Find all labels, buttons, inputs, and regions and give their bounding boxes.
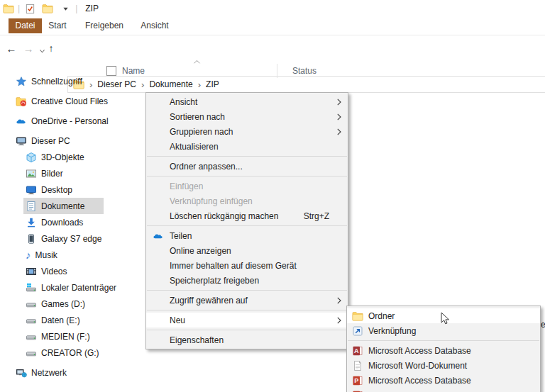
- submenu-item-verkn-pfung[interactable]: Verknüpfung: [347, 323, 540, 338]
- powerpoint-icon: P: [352, 390, 363, 392]
- menu-item-label: Einfügen: [170, 181, 348, 191]
- breadcrumb-segment-zip[interactable]: ZIP: [206, 79, 219, 89]
- computer-icon: [16, 135, 27, 147]
- up-button[interactable]: ↑: [44, 41, 58, 55]
- sidebar-item-dieser-pc[interactable]: Dieser PC: [0, 133, 104, 149]
- menu-item-label: Speicherplatz freigeben: [170, 276, 348, 286]
- submenu-arrow-icon: [337, 297, 341, 304]
- submenu-item-microsoft-powerpoint-pr-sentation[interactable]: PMicrosoft PowerPoint Präsentation: [347, 388, 540, 392]
- sidebar-item-musik[interactable]: ♪Musik: [0, 247, 104, 263]
- sidebar-item-label: Videos: [41, 267, 67, 276]
- drive-icon: [26, 315, 37, 326]
- menu-item-shortcut: Strg+Z: [304, 211, 329, 221]
- drive-icon: [26, 298, 37, 310]
- sidebar-item-medien-f[interactable]: MEDIEN (F:): [0, 328, 104, 345]
- menu-item-ansicht[interactable]: Ansicht: [146, 94, 348, 109]
- forward-button: →: [21, 41, 35, 55]
- sidebar-item-3d-objekte[interactable]: 3D-Objekte: [0, 149, 104, 165]
- sidebar-item-games-d[interactable]: Games (D:): [0, 296, 104, 312]
- menu-item-label: Zugriff gewähren auf: [170, 296, 348, 306]
- tab-datei[interactable]: Datei: [9, 18, 42, 33]
- sidebar-item-galaxy-s7-edge[interactable]: Galaxy S7 edge: [0, 230, 104, 247]
- menu-item-teilen[interactable]: Teilen: [146, 228, 348, 243]
- sidebar-item-label: Schnellzugriff: [31, 77, 82, 86]
- sidebar-item-lokaler-datentr-ger[interactable]: Lokaler Datenträger: [0, 279, 104, 296]
- sidebar-item-creator-g[interactable]: CREATOR (G:): [0, 345, 104, 361]
- column-divider[interactable]: [277, 64, 277, 78]
- sidebar-item-creative-cloud-files[interactable]: Creative Cloud Files: [0, 93, 104, 109]
- submenu-arrow-icon: [337, 317, 341, 324]
- tab-freigeben[interactable]: Freigeben: [78, 18, 131, 33]
- menu-item-label: Aktualisieren: [170, 142, 348, 152]
- menu-item-eigenschaften[interactable]: Eigenschaften: [146, 332, 348, 347]
- drive-icon: [26, 347, 37, 359]
- sidebar-item-videos[interactable]: Videos: [0, 263, 104, 279]
- new-folder-button[interactable]: [41, 2, 54, 15]
- menu-item-sortieren-nach[interactable]: Sortieren nach: [146, 109, 348, 124]
- menu-item-label: Ansicht: [170, 97, 348, 107]
- sidebar-item-label: CREATOR (G:): [41, 348, 99, 358]
- menu-item-label: Neu: [170, 315, 348, 325]
- menu-item-verkn-pfung-einf-gen: Verknüpfung einfügen: [146, 194, 348, 208]
- tab-start[interactable]: Start: [44, 18, 71, 33]
- sidebar-item-schnellzugriff[interactable]: Schnellzugriff: [0, 73, 104, 89]
- breadcrumb-segment-dokumente[interactable]: Dokumente: [149, 79, 192, 89]
- submenu-item-microsoft-word-dokument[interactable]: Microsoft Word-Dokument: [347, 358, 540, 373]
- qat-customize-button[interactable]: [59, 2, 72, 15]
- sidebar-item-label: Desktop: [41, 185, 72, 195]
- breadcrumb-chevron-icon[interactable]: ›: [198, 80, 201, 89]
- menu-item-online-anzeigen[interactable]: Online anzeigen: [146, 243, 348, 258]
- column-header-name[interactable]: Name: [122, 66, 145, 76]
- sidebar-item-label: Games (D:): [41, 299, 85, 309]
- quick-access-star-icon: [16, 76, 27, 87]
- submenu-item-microsoft-access-database[interactable]: PMicrosoft Access Database: [347, 373, 540, 388]
- powerpoint-icon: P: [352, 375, 363, 386]
- sidebar-item-daten-e[interactable]: Daten (E:): [0, 312, 104, 328]
- sidebar-item-netzwerk[interactable]: Netzwerk: [0, 364, 104, 381]
- breadcrumb-chevron-icon[interactable]: ›: [141, 80, 144, 89]
- menu-item-immer-behalten-auf-diesem-ger-t[interactable]: Immer behalten auf diesem Gerät: [146, 258, 348, 273]
- menu-item-aktualisieren[interactable]: Aktualisieren: [146, 139, 348, 154]
- videos-film-icon: [26, 266, 37, 277]
- breadcrumb: ›Dieser PC›Dokumente›ZIP: [84, 79, 219, 89]
- sidebar-item-label: Bilder: [41, 169, 63, 179]
- column-header-status[interactable]: Status: [292, 66, 316, 76]
- menu-item-l-schen-r-ckg-ngig-machen[interactable]: Löschen rückgängig machenStrg+Z: [146, 208, 348, 223]
- tab-ansicht[interactable]: Ansicht: [135, 18, 175, 33]
- sidebar-item-desktop[interactable]: Desktop: [0, 181, 104, 198]
- titlebar-divider: |: [18, 4, 20, 13]
- menu-item-neu[interactable]: Neu: [146, 313, 348, 327]
- menu-item-zugriff-gew-hren-auf[interactable]: Zugriff gewähren auf: [146, 293, 348, 308]
- creative-cloud-folder-icon: [16, 96, 27, 107]
- sidebar-item-label: Galaxy S7 edge: [41, 234, 101, 244]
- menu-item-label: Eigenschaften: [170, 335, 348, 345]
- menu-item-gruppieren-nach[interactable]: Gruppieren nach: [146, 124, 348, 139]
- sidebar-item-dokumente[interactable]: Dokumente: [0, 198, 104, 214]
- address-bar[interactable]: ›Dieser PC›Dokumente›ZIP: [67, 76, 545, 93]
- onedrive-cloud-icon: [153, 230, 164, 242]
- back-button[interactable]: ←: [4, 41, 18, 55]
- sidebar-item-label: Musik: [35, 250, 57, 260]
- folder-icon: [352, 310, 363, 322]
- downloads-icon: [26, 217, 37, 228]
- sidebar-item-label: 3D-Objekte: [41, 152, 84, 162]
- submenu-item-microsoft-access-database[interactable]: AMicrosoft Access Database: [347, 343, 540, 358]
- sidebar-item-label: Daten (E:): [41, 315, 80, 325]
- access-icon: A: [352, 345, 363, 357]
- sidebar-item-downloads[interactable]: Downloads: [0, 214, 104, 230]
- back-arrow-icon: ←: [6, 43, 17, 54]
- select-all-checkbox[interactable]: [106, 66, 116, 76]
- ribbon-tabs: DateiStartFreigebenAnsicht: [0, 17, 545, 35]
- menu-item-speicherplatz-freigeben[interactable]: Speicherplatz freigeben: [146, 273, 348, 288]
- arrow-cursor-icon: [441, 312, 450, 325]
- pictures-icon: [26, 168, 37, 179]
- drive-icon: [26, 331, 37, 342]
- menu-item-label: Teilen: [170, 231, 348, 241]
- titlebar-divider: |: [75, 4, 77, 13]
- sidebar-item-onedrive-personal[interactable]: OneDrive - Personal: [0, 113, 104, 129]
- sidebar-item-bilder[interactable]: Bilder: [0, 165, 104, 181]
- menu-separator: [147, 176, 347, 177]
- properties-button[interactable]: [23, 2, 36, 15]
- menu-item-ordner-anpassen[interactable]: Ordner anpassen...: [146, 159, 348, 174]
- submenu-item-label: Ordner: [368, 311, 395, 321]
